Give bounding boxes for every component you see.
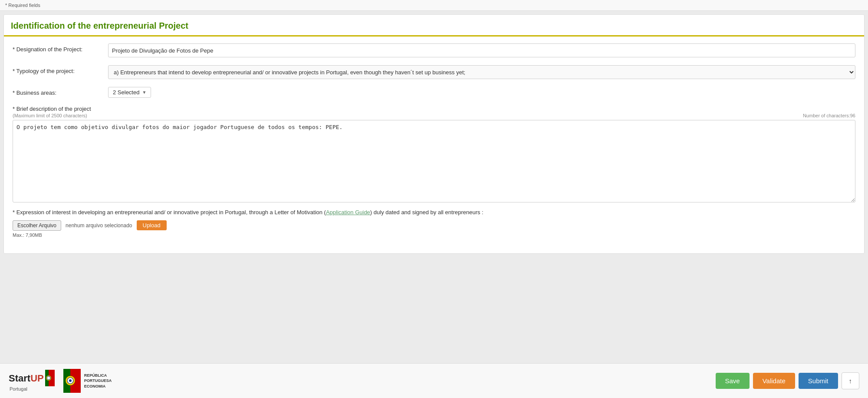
application-guide-link[interactable]: Application Guide [326,209,370,216]
required-fields-note: * Required fields [0,0,868,11]
description-header: * Brief description of the project [13,106,855,112]
designation-row: * Designation of the Project: [13,43,855,57]
description-textarea[interactable]: O projeto tem como objetivo divulgar fot… [13,120,855,202]
startup-up-text: UP [30,373,44,384]
file-upload-row: Escolher Arquivo nenhum arquivo selecion… [13,220,855,231]
svg-point-3 [47,376,50,380]
description-section: * Brief description of the project (Maxi… [13,106,855,204]
startup-portugal-sub: Portugal [10,386,27,391]
choose-file-button[interactable]: Escolher Arquivo [13,220,61,231]
scroll-top-button[interactable]: ↑ [842,372,860,389]
submit-button[interactable]: Submit [799,373,838,389]
republica-text: REPÚBLICAPORTUGUESAECONOMIA [84,373,112,389]
footer-logos: StartUP Portugal [9,369,112,393]
portugal-flag-icon [45,370,55,386]
char-limit-note: (Maximum limit of 2500 characters) [13,113,87,118]
section-title: Identification of the entrepreneurial Pr… [11,21,188,30]
upload-button[interactable]: Upload [137,220,167,230]
footer: StartUP Portugal [0,363,868,398]
footer-buttons: Save Validate Submit ↑ [716,372,859,389]
section-header: Identification of the entrepreneurial Pr… [4,15,864,36]
startup-portugal-logo: StartUP Portugal [9,371,55,391]
business-areas-value: 2 Selected [113,89,139,96]
business-areas-multiselect[interactable]: 2 Selected ▼ [108,87,151,98]
designation-input-wrap [108,43,855,57]
svg-point-8 [69,379,72,382]
expression-section: * Expression of interest in developing a… [13,208,855,238]
chevron-down-icon: ▼ [142,90,146,95]
business-areas-row: * Business areas: 2 Selected ▼ [13,87,855,98]
scroll-top-icon: ↑ [849,377,852,385]
description-label: * Brief description of the project [13,106,91,112]
validate-button[interactable]: Validate [753,373,795,389]
char-count: Number of characters:96 [803,113,855,118]
business-areas-label: * Business areas: [13,87,108,96]
startup-start-text: Start [9,373,30,384]
republica-portuguesa-logo: REPÚBLICAPORTUGUESAECONOMIA [63,369,112,393]
business-areas-wrap: 2 Selected ▼ [108,87,855,98]
max-size-note: Max.: 7,90MB [13,232,855,238]
typology-select-wrap: a) Entrepreneurs that intend to develop … [108,65,855,79]
typology-row: * Typology of the project: a) Entreprene… [13,65,855,79]
file-name-display: nenhum arquivo selecionado [66,222,132,229]
section-body: * Designation of the Project: * Typology… [4,36,864,245]
republica-flag-icon [63,369,81,393]
typology-label: * Typology of the project: [13,65,108,74]
save-button[interactable]: Save [716,373,750,389]
section-card: Identification of the entrepreneurial Pr… [3,14,865,254]
expression-text: * Expression of interest in developing a… [13,208,855,217]
designation-label: * Designation of the Project: [13,43,108,53]
typology-select[interactable]: a) Entrepreneurs that intend to develop … [108,65,855,79]
designation-input[interactable] [108,43,855,57]
